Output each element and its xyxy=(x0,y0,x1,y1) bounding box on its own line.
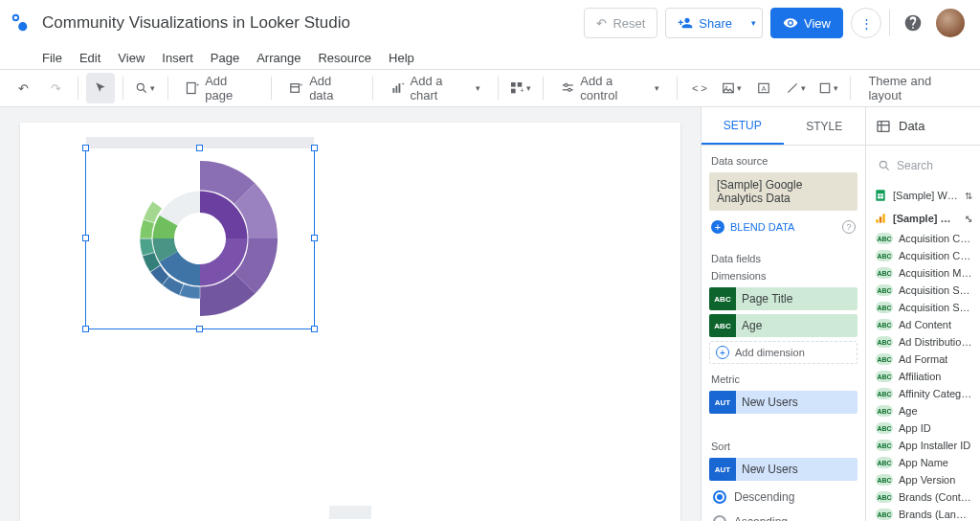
sort-descending-radio[interactable]: Descending xyxy=(702,485,865,510)
data-source-label: Data source xyxy=(702,146,865,172)
text-button[interactable]: A xyxy=(749,73,778,103)
theme-layout-button[interactable]: Theme and layout xyxy=(858,73,970,103)
field-row[interactable]: ABCApp ID xyxy=(866,419,980,437)
menu-arrange[interactable]: Arrange xyxy=(256,51,301,65)
field-row[interactable]: ABCAcquisition Medium xyxy=(866,264,980,282)
sort-chip[interactable]: AUTNew Users xyxy=(709,458,858,481)
plus-icon: + xyxy=(711,220,724,234)
field-row[interactable]: ABCAge xyxy=(866,402,980,419)
field-row[interactable]: ABCAd Format xyxy=(866,351,980,368)
data-search-input[interactable]: Search xyxy=(872,151,974,180)
sort-label: Sort xyxy=(702,431,865,458)
sort-ascending-radio[interactable]: Ascending xyxy=(702,510,865,521)
sheets-icon xyxy=(874,189,887,202)
field-row[interactable]: ABCApp Name xyxy=(866,454,980,471)
help-icon xyxy=(903,13,923,33)
svg-rect-5 xyxy=(188,82,196,93)
dimension-chip[interactable]: ABCPage Title xyxy=(709,287,858,310)
add-data-button[interactable]: +Add data xyxy=(279,73,365,103)
resize-handle[interactable] xyxy=(82,326,89,332)
field-row[interactable]: ABCAcquisition Campaign xyxy=(866,230,980,247)
embed-button[interactable]: < > xyxy=(685,73,714,103)
metric-chip[interactable]: AUTNew Users xyxy=(709,391,858,414)
svg-text:+: + xyxy=(402,80,405,86)
field-type-badge: ABC xyxy=(876,474,893,486)
data-source-row[interactable]: [Sample] World Po... ⇅ xyxy=(866,184,980,207)
shape-button[interactable]: ▾ xyxy=(814,73,843,103)
line-icon xyxy=(786,81,799,95)
field-row[interactable]: ABCAcquisition Source / ... xyxy=(866,299,980,316)
image-button[interactable]: ▾ xyxy=(718,73,746,103)
menu-help[interactable]: Help xyxy=(389,51,414,65)
view-button[interactable]: View xyxy=(770,8,843,38)
document-title[interactable]: Community Visualizations in Looker Studi… xyxy=(42,13,350,33)
resize-handle[interactable] xyxy=(311,326,318,332)
eye-icon xyxy=(783,15,798,31)
field-name: Acquisition Campaign xyxy=(899,233,972,244)
resize-handle[interactable] xyxy=(311,235,318,241)
resize-handle[interactable] xyxy=(196,145,203,151)
help-icon[interactable]: ? xyxy=(842,220,856,234)
add-chart-button[interactable]: +Add a chart▾ xyxy=(381,73,490,103)
blend-data-button[interactable]: + BLEND DATA ? xyxy=(702,216,865,243)
field-name: App ID xyxy=(899,422,931,434)
add-control-button[interactable]: Add a control▾ xyxy=(551,73,670,103)
field-row[interactable]: ABCApp Installer ID xyxy=(866,437,980,454)
dimension-chip[interactable]: ABCAge xyxy=(709,314,858,337)
field-row[interactable]: ABCAcquisition Channel xyxy=(866,247,980,264)
redo-button[interactable]: ↷ xyxy=(42,73,71,103)
zoom-button[interactable]: ▾ xyxy=(131,73,160,103)
menu-file[interactable]: File xyxy=(42,51,62,65)
field-row[interactable]: ABCAd Content xyxy=(866,316,980,333)
undo-button[interactable]: ↶ xyxy=(10,73,38,103)
field-name: Affiliation xyxy=(899,371,941,382)
menu-edit[interactable]: Edit xyxy=(79,51,100,65)
community-viz-icon: + xyxy=(509,80,524,96)
menu-resource[interactable]: Resource xyxy=(318,51,371,65)
report-canvas[interactable] xyxy=(20,123,680,521)
user-avatar[interactable] xyxy=(936,9,965,37)
data-icon xyxy=(876,119,891,134)
selection-tool[interactable] xyxy=(86,73,115,103)
reset-button[interactable]: ↶Reset xyxy=(584,8,657,38)
menu-page[interactable]: Page xyxy=(211,51,239,65)
setup-tab[interactable]: SETUP xyxy=(702,107,784,145)
field-name: Acquisition Channel xyxy=(899,250,972,261)
menu-view[interactable]: View xyxy=(118,51,145,65)
menu-insert[interactable]: Insert xyxy=(162,51,193,65)
resize-handle[interactable] xyxy=(311,145,318,151)
data-source-chip[interactable]: [Sample] Google Analytics Data xyxy=(709,172,858,211)
canvas-area[interactable] xyxy=(0,107,701,521)
field-name: Acquisition Source xyxy=(899,284,972,296)
field-row[interactable]: ABCAffinity Category (rea... xyxy=(866,385,980,402)
data-source-row[interactable]: [Sample] Google A... ⤡ xyxy=(866,207,980,230)
style-tab[interactable]: STYLE xyxy=(784,107,866,145)
field-name: Brands (Content Grou... xyxy=(899,491,972,503)
field-row[interactable]: ABCAffiliation xyxy=(866,368,980,385)
field-type-badge: ABC xyxy=(876,336,893,348)
field-type-badge: ABC xyxy=(876,457,893,468)
resize-handle[interactable] xyxy=(196,326,203,332)
resize-handle[interactable] xyxy=(82,235,89,241)
expand-icon[interactable]: ⇅ xyxy=(965,191,972,201)
line-button[interactable]: ▾ xyxy=(782,73,811,103)
svg-rect-28 xyxy=(878,121,889,131)
resize-handle[interactable] xyxy=(82,145,89,151)
community-viz-button[interactable]: +▾ xyxy=(506,73,535,103)
share-dropdown-button[interactable]: ▾ xyxy=(744,8,763,38)
field-type-badge: ABC xyxy=(876,284,893,296)
field-row[interactable]: ABCBrands (Landing Cont... xyxy=(866,506,980,521)
add-page-button[interactable]: +Add page xyxy=(175,73,263,103)
field-row[interactable]: ABCAcquisition Source xyxy=(866,282,980,299)
field-row[interactable]: ABCAd Distribution Netw... xyxy=(866,333,980,351)
field-row[interactable]: ABCApp Version xyxy=(866,471,980,488)
selected-chart[interactable] xyxy=(85,147,315,329)
share-button[interactable]: Share xyxy=(665,8,745,38)
svg-rect-38 xyxy=(880,216,881,222)
collapse-icon[interactable]: ⤡ xyxy=(965,214,972,224)
more-options-button[interactable]: ⋮ xyxy=(851,8,881,38)
help-button[interactable] xyxy=(898,8,928,38)
field-type-badge: ABC xyxy=(876,302,893,313)
field-row[interactable]: ABCBrands (Content Grou... xyxy=(866,488,980,506)
add-dimension-button[interactable]: +Add dimension xyxy=(709,341,858,364)
